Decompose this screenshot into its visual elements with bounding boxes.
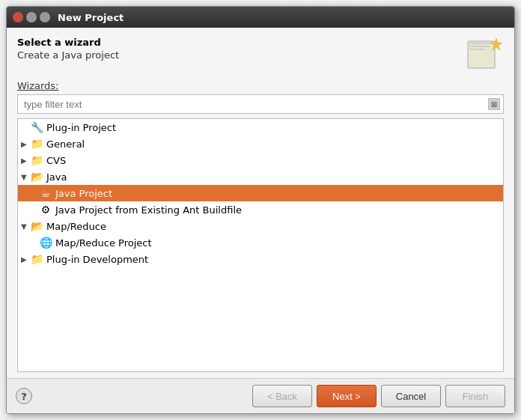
tree-item-general[interactable]: ▶ 📁 General <box>18 136 503 152</box>
item-label: Plug-in Development <box>46 254 148 265</box>
main-panel: Select a wizard Create a Java project <box>7 28 514 378</box>
folder-icon: 📁 <box>30 154 43 166</box>
tree-item-plugin-dev[interactable]: ▶ 📁 Plug-in Development <box>18 251 503 267</box>
finish-button[interactable]: Finish <box>445 385 505 407</box>
java-project-icon: ☕ <box>39 187 52 199</box>
wizard-icon <box>465 37 504 73</box>
cancel-button[interactable]: Cancel <box>381 385 441 407</box>
ant-icon: ⚙ <box>39 204 52 216</box>
folder-icon: 📁 <box>30 138 43 150</box>
svg-rect-3 <box>469 49 484 50</box>
svg-rect-2 <box>469 46 490 47</box>
svg-rect-1 <box>469 43 490 44</box>
close-window-button[interactable] <box>13 12 23 22</box>
tree-item-map-reduce-project[interactable]: 🌐 Map/Reduce Project <box>18 234 503 251</box>
search-bar: ⊠ <box>17 94 504 114</box>
arrow-icon: ▶ <box>21 140 30 148</box>
back-button[interactable]: < Back <box>252 385 312 407</box>
plugin-project-icon: 🔧 <box>30 121 43 133</box>
item-label: General <box>46 139 85 150</box>
dialog-title: New Project <box>58 12 124 23</box>
next-button[interactable]: Next > <box>317 385 377 407</box>
wizards-label: Wizards: <box>17 80 504 91</box>
dialog-content: Select a wizard Create a Java project <box>7 28 514 378</box>
item-label: Map/Reduce Project <box>55 237 152 249</box>
arrow-icon: ▼ <box>21 173 30 181</box>
item-label: Map/Reduce <box>46 221 106 232</box>
arrow-icon: ▶ <box>21 255 30 264</box>
tree-item-map-reduce[interactable]: ▼ 📂 Map/Reduce <box>18 218 503 234</box>
map-reduce-icon: 🌐 <box>39 237 52 249</box>
help-button[interactable]: ? <box>16 388 32 404</box>
tree-item-plugin-project[interactable]: 🔧 Plug-in Project <box>18 119 503 136</box>
header-subtitle: Create a Java project <box>17 49 119 61</box>
arrow-icon: ▶ <box>21 156 30 165</box>
item-label: CVS <box>46 155 66 166</box>
folder-icon: 📁 <box>30 253 43 265</box>
filter-input[interactable] <box>21 97 488 112</box>
folder-open-icon: 📂 <box>30 171 43 183</box>
item-label: Plug-in Project <box>46 122 116 133</box>
button-row: ? < Back Next > Cancel Finish <box>7 378 514 413</box>
svg-rect-0 <box>468 41 495 68</box>
search-clear-button[interactable]: ⊠ <box>488 98 500 110</box>
header-text: Select a wizard Create a Java project <box>17 37 119 61</box>
item-label: Java Project from Existing Ant Buildfile <box>55 204 242 216</box>
tree-item-java-project[interactable]: ☕ Java Project <box>18 185 503 201</box>
titlebar: New Project <box>7 7 514 28</box>
tree-item-java[interactable]: ▼ 📂 Java <box>18 168 503 185</box>
item-label: Java <box>46 171 67 183</box>
tree-item-java-ant[interactable]: ⚙ Java Project from Existing Ant Buildfi… <box>18 201 503 218</box>
minimize-window-button[interactable] <box>26 12 37 22</box>
folder-open-icon: 📂 <box>30 220 43 232</box>
wizard-tree: 🔧 Plug-in Project ▶ 📁 General ▶ 📁 CVS <box>17 118 504 372</box>
arrow-icon: ▼ <box>21 222 30 231</box>
new-project-dialog: New Project Select a wizard Create a Jav… <box>6 6 515 414</box>
header-section: Select a wizard Create a Java project <box>17 37 504 73</box>
tree-item-cvs[interactable]: ▶ 📁 CVS <box>18 152 503 168</box>
item-label: Java Project <box>55 188 112 199</box>
window-controls <box>13 12 50 22</box>
maximize-window-button[interactable] <box>40 12 50 22</box>
header-bold-title: Select a wizard <box>17 37 119 48</box>
